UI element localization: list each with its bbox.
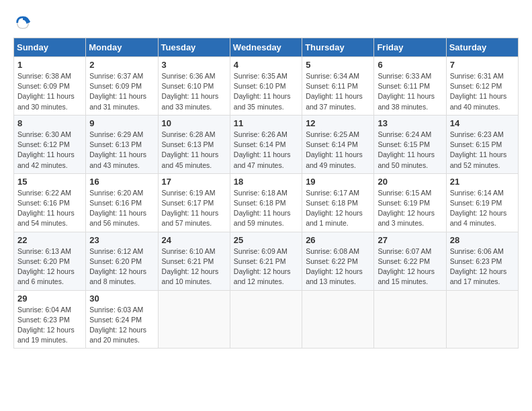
calendar-cell <box>158 290 230 349</box>
day-detail: Sunrise: 6:12 AMSunset: 6:20 PMDaylight:… <box>89 247 146 286</box>
day-detail: Sunrise: 6:09 AMSunset: 6:21 PMDaylight:… <box>234 247 291 286</box>
calendar-cell: 15Sunrise: 6:22 AMSunset: 6:16 PMDayligh… <box>14 173 86 232</box>
calendar-cell: 28Sunrise: 6:06 AMSunset: 6:23 PMDayligh… <box>446 232 518 290</box>
calendar-cell: 3Sunrise: 6:36 AMSunset: 6:10 PMDaylight… <box>158 57 230 116</box>
calendar-cell: 24Sunrise: 6:10 AMSunset: 6:21 PMDayligh… <box>158 232 230 290</box>
day-detail: Sunrise: 6:30 AMSunset: 6:12 PMDaylight:… <box>17 130 75 169</box>
day-number: 4 <box>234 60 298 70</box>
day-detail: Sunrise: 6:10 AMSunset: 6:21 PMDaylight:… <box>162 247 219 286</box>
calendar-cell: 14Sunrise: 6:23 AMSunset: 6:15 PMDayligh… <box>446 115 518 173</box>
calendar-cell: 8Sunrise: 6:30 AMSunset: 6:12 PMDaylight… <box>14 115 86 173</box>
day-number: 17 <box>162 177 226 187</box>
calendar-cell: 11Sunrise: 6:26 AMSunset: 6:14 PMDayligh… <box>230 115 302 173</box>
day-number: 30 <box>89 293 154 304</box>
day-detail: Sunrise: 6:38 AMSunset: 6:09 PMDaylight:… <box>17 72 75 111</box>
day-detail: Sunrise: 6:22 AMSunset: 6:16 PMDaylight:… <box>17 189 75 228</box>
calendar-cell: 7Sunrise: 6:31 AMSunset: 6:12 PMDaylight… <box>446 57 518 116</box>
calendar-cell: 20Sunrise: 6:15 AMSunset: 6:19 PMDayligh… <box>374 173 446 232</box>
day-detail: Sunrise: 6:13 AMSunset: 6:20 PMDaylight:… <box>17 247 75 286</box>
day-detail: Sunrise: 6:08 AMSunset: 6:22 PMDaylight:… <box>306 247 363 286</box>
calendar-cell: 27Sunrise: 6:07 AMSunset: 6:22 PMDayligh… <box>374 232 446 290</box>
day-detail: Sunrise: 6:20 AMSunset: 6:16 PMDaylight:… <box>89 189 146 228</box>
day-detail: Sunrise: 6:28 AMSunset: 6:13 PMDaylight:… <box>162 130 219 169</box>
day-number: 5 <box>306 60 370 70</box>
calendar-cell: 2Sunrise: 6:37 AMSunset: 6:09 PMDaylight… <box>86 57 158 116</box>
day-number: 29 <box>17 293 82 304</box>
calendar-cell <box>230 290 302 349</box>
day-number: 2 <box>89 60 154 70</box>
day-number: 21 <box>450 177 515 187</box>
day-number: 14 <box>450 118 515 128</box>
day-number: 11 <box>234 118 298 128</box>
calendar-cell: 30Sunrise: 6:03 AMSunset: 6:24 PMDayligh… <box>86 290 158 349</box>
calendar-cell: 18Sunrise: 6:18 AMSunset: 6:18 PMDayligh… <box>230 173 302 232</box>
calendar-cell <box>302 290 374 349</box>
calendar-cell: 13Sunrise: 6:24 AMSunset: 6:15 PMDayligh… <box>374 115 446 173</box>
calendar-cell: 22Sunrise: 6:13 AMSunset: 6:20 PMDayligh… <box>14 232 86 290</box>
calendar-cell: 5Sunrise: 6:34 AMSunset: 6:11 PMDaylight… <box>302 57 374 116</box>
calendar-cell: 1Sunrise: 6:38 AMSunset: 6:09 PMDaylight… <box>14 57 86 116</box>
calendar-table: SundayMondayTuesdayWednesdayThursdayFrid… <box>13 38 519 349</box>
day-detail: Sunrise: 6:24 AMSunset: 6:15 PMDaylight:… <box>378 130 435 169</box>
day-detail: Sunrise: 6:34 AMSunset: 6:11 PMDaylight:… <box>306 72 363 111</box>
calendar-cell: 25Sunrise: 6:09 AMSunset: 6:21 PMDayligh… <box>230 232 302 290</box>
calendar-cell: 10Sunrise: 6:28 AMSunset: 6:13 PMDayligh… <box>158 115 230 173</box>
day-detail: Sunrise: 6:14 AMSunset: 6:19 PMDaylight:… <box>450 189 507 228</box>
calendar-header-sunday: Sunday <box>14 38 86 57</box>
day-number: 3 <box>162 60 226 70</box>
day-detail: Sunrise: 6:25 AMSunset: 6:14 PMDaylight:… <box>306 130 363 169</box>
calendar-cell: 29Sunrise: 6:04 AMSunset: 6:23 PMDayligh… <box>14 290 86 349</box>
day-detail: Sunrise: 6:23 AMSunset: 6:15 PMDaylight:… <box>450 130 507 169</box>
day-detail: Sunrise: 6:17 AMSunset: 6:18 PMDaylight:… <box>306 189 363 228</box>
calendar-header-tuesday: Tuesday <box>158 38 230 57</box>
day-number: 22 <box>17 235 82 245</box>
calendar-cell: 6Sunrise: 6:33 AMSunset: 6:11 PMDaylight… <box>374 57 446 116</box>
calendar-cell <box>374 290 446 349</box>
calendar-cell: 9Sunrise: 6:29 AMSunset: 6:13 PMDaylight… <box>86 115 158 173</box>
day-detail: Sunrise: 6:15 AMSunset: 6:19 PMDaylight:… <box>378 189 435 228</box>
day-number: 1 <box>17 60 82 70</box>
day-number: 12 <box>306 118 370 128</box>
day-detail: Sunrise: 6:18 AMSunset: 6:18 PMDaylight:… <box>234 189 291 228</box>
calendar-cell: 12Sunrise: 6:25 AMSunset: 6:14 PMDayligh… <box>302 115 374 173</box>
logo <box>13 13 34 32</box>
calendar-cell: 21Sunrise: 6:14 AMSunset: 6:19 PMDayligh… <box>446 173 518 232</box>
calendar-cell: 17Sunrise: 6:19 AMSunset: 6:17 PMDayligh… <box>158 173 230 232</box>
calendar-header-friday: Friday <box>374 38 446 57</box>
day-number: 18 <box>234 177 298 187</box>
calendar-cell <box>446 290 518 349</box>
calendar-cell: 19Sunrise: 6:17 AMSunset: 6:18 PMDayligh… <box>302 173 374 232</box>
day-number: 26 <box>306 235 370 245</box>
day-number: 23 <box>89 235 154 245</box>
day-detail: Sunrise: 6:35 AMSunset: 6:10 PMDaylight:… <box>234 72 291 111</box>
day-number: 24 <box>162 235 226 245</box>
day-detail: Sunrise: 6:37 AMSunset: 6:09 PMDaylight:… <box>89 72 146 111</box>
calendar-cell: 4Sunrise: 6:35 AMSunset: 6:10 PMDaylight… <box>230 57 302 116</box>
day-number: 19 <box>306 177 370 187</box>
calendar-header-monday: Monday <box>86 38 158 57</box>
day-number: 7 <box>450 60 515 70</box>
calendar-header-wednesday: Wednesday <box>230 38 302 57</box>
day-number: 6 <box>378 60 442 70</box>
day-number: 16 <box>89 177 154 187</box>
calendar-cell: 23Sunrise: 6:12 AMSunset: 6:20 PMDayligh… <box>86 232 158 290</box>
day-number: 25 <box>234 235 298 245</box>
day-number: 28 <box>450 235 515 245</box>
day-detail: Sunrise: 6:36 AMSunset: 6:10 PMDaylight:… <box>162 72 219 111</box>
day-number: 9 <box>89 118 154 128</box>
day-detail: Sunrise: 6:06 AMSunset: 6:23 PMDaylight:… <box>450 247 507 286</box>
day-number: 27 <box>378 235 442 245</box>
day-number: 8 <box>17 118 82 128</box>
calendar-header-saturday: Saturday <box>446 38 518 57</box>
day-detail: Sunrise: 6:33 AMSunset: 6:11 PMDaylight:… <box>378 72 435 111</box>
day-number: 10 <box>162 118 226 128</box>
calendar-cell: 26Sunrise: 6:08 AMSunset: 6:22 PMDayligh… <box>302 232 374 290</box>
day-number: 20 <box>378 177 442 187</box>
day-detail: Sunrise: 6:19 AMSunset: 6:17 PMDaylight:… <box>162 189 219 228</box>
day-number: 13 <box>378 118 442 128</box>
calendar-header-thursday: Thursday <box>302 38 374 57</box>
day-detail: Sunrise: 6:04 AMSunset: 6:23 PMDaylight:… <box>17 306 75 345</box>
day-detail: Sunrise: 6:31 AMSunset: 6:12 PMDaylight:… <box>450 72 507 111</box>
day-detail: Sunrise: 6:07 AMSunset: 6:22 PMDaylight:… <box>378 247 435 286</box>
day-detail: Sunrise: 6:29 AMSunset: 6:13 PMDaylight:… <box>89 130 146 169</box>
